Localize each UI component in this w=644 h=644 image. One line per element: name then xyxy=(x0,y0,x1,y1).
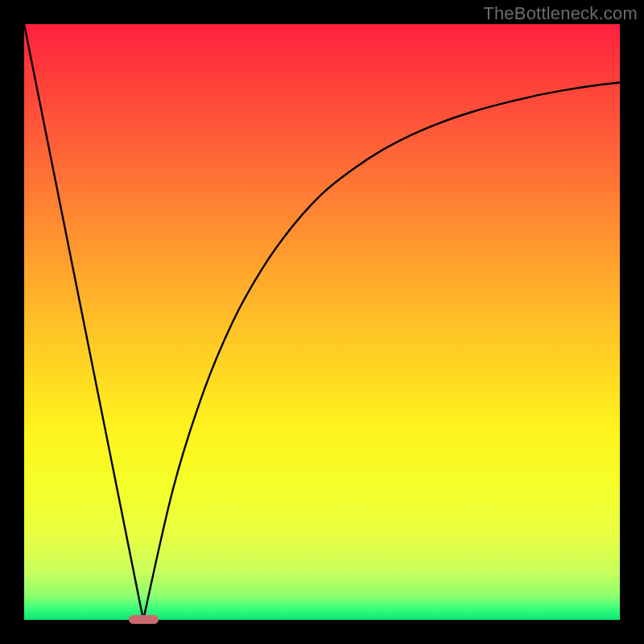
bottleneck-curve xyxy=(24,24,620,620)
watermark-text: TheBottleneck.com xyxy=(483,3,638,24)
curve-path xyxy=(24,24,620,620)
plot-area xyxy=(24,24,620,620)
chart-frame: TheBottleneck.com xyxy=(0,0,644,644)
optimum-marker xyxy=(129,615,159,624)
